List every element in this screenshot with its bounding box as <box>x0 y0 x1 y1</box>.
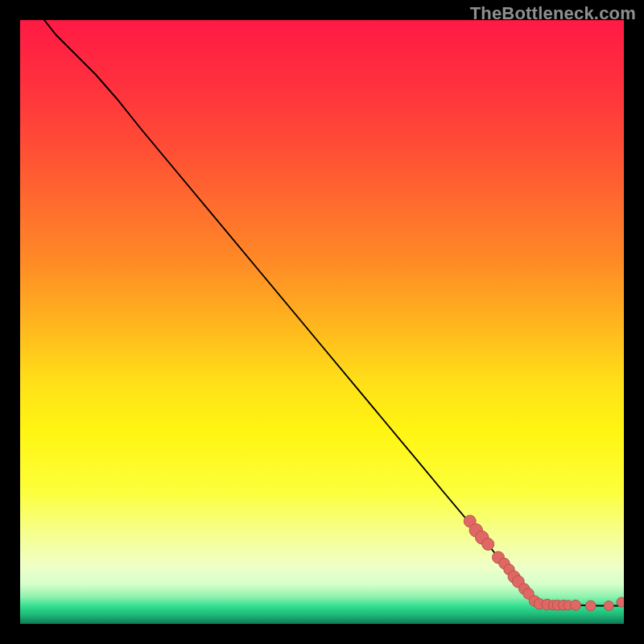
data-marker <box>585 601 596 611</box>
gradient-background <box>20 20 624 624</box>
chart-container: TheBottleneck.com <box>0 0 644 644</box>
data-marker <box>604 601 613 611</box>
data-marker <box>617 597 624 607</box>
data-marker <box>482 539 494 551</box>
watermark-label: TheBottleneck.com <box>470 3 636 24</box>
data-marker <box>571 600 581 610</box>
plot-area <box>20 20 624 624</box>
chart-svg <box>20 20 624 624</box>
